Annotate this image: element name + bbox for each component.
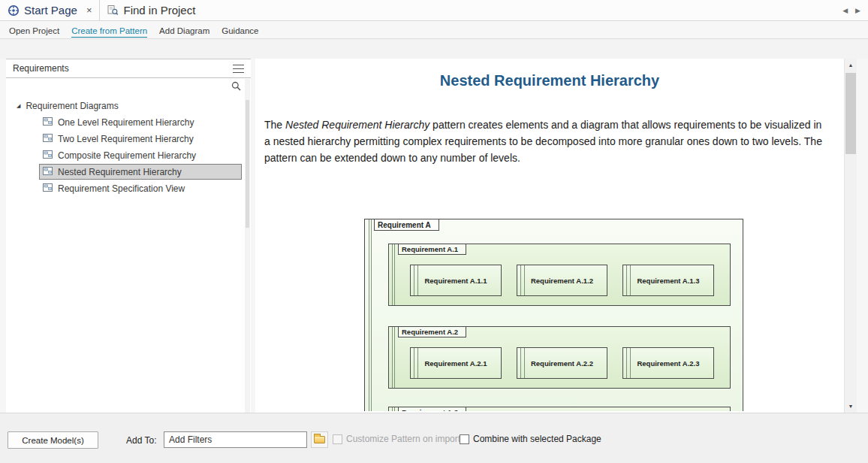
folder-icon	[314, 436, 325, 443]
page-title: Nested Requirement Hierarchy	[255, 72, 844, 89]
sidebar-search-row	[6, 78, 251, 96]
toolbar-item-guidance[interactable]: Guidance	[215, 23, 264, 38]
main-scrollbar[interactable]: ▲ ▼	[844, 59, 857, 413]
composite-lines	[392, 244, 395, 305]
customize-pattern-label: Customize Pattern on import	[346, 434, 460, 444]
start-page-icon	[8, 5, 20, 17]
sidebar-title: Requirements	[13, 63, 69, 74]
customize-pattern-checkbox-row: Customize Pattern on import	[333, 434, 460, 444]
tab-start-page-label: Start Page	[24, 4, 77, 17]
hamburger-menu-icon[interactable]	[233, 65, 244, 73]
tree-item-two-level[interactable]: Two Level Requirement Hierarchy	[39, 131, 242, 147]
toolbar-item-add-diagram[interactable]: Add Diagram	[153, 23, 215, 38]
pattern-description: The Nested Requirement Hierarchy pattern…	[264, 117, 823, 166]
scroll-up-icon[interactable]: ▲	[845, 59, 857, 71]
tree-item-label: Two Level Requirement Hierarchy	[58, 134, 194, 144]
tree-item-specification-view[interactable]: Requirement Specification View	[39, 180, 242, 196]
requirement-a12-element: Requirement A.1.2	[517, 265, 607, 296]
composite-lines	[369, 219, 372, 411]
toolbar-item-open-project[interactable]: Open Project	[3, 23, 65, 38]
tab-bar: Start Page × Find in Project ◀ ▶	[0, 0, 868, 21]
requirement-a-label: Requirement A	[374, 219, 439, 231]
pattern-diagram-preview: Requirement A Requirement A.1 Requiremen…	[364, 219, 743, 411]
requirement-a22-element: Requirement A.2.2	[517, 347, 607, 379]
sidebar-header: Requirements	[6, 59, 251, 78]
tree-item-label: Nested Requirement Hierarchy	[58, 167, 182, 177]
start-page-toolbar: Open Project Create from Pattern Add Dia…	[0, 21, 868, 39]
tree-item-nested[interactable]: Nested Requirement Hierarchy	[39, 164, 242, 180]
combine-package-label: Combine with selected Package	[473, 434, 601, 444]
customize-pattern-checkbox[interactable]	[333, 434, 342, 444]
requirement-a23-element: Requirement A.2.3	[622, 347, 714, 379]
sidebar-scrollbar-thumb[interactable]	[246, 100, 249, 228]
tree-item-composite[interactable]: Composite Requirement Hierarchy	[39, 147, 242, 163]
content-area: Requirements ◢ Requirement Diagrams	[0, 59, 868, 413]
pattern-sidebar: Requirements ◢ Requirement Diagrams	[6, 59, 251, 413]
close-tab-icon[interactable]: ×	[86, 5, 92, 15]
expander-icon[interactable]: ◢	[17, 103, 20, 109]
pattern-preview-content: Nested Requirement Hierarchy The Nested …	[255, 59, 844, 413]
diagram-icon	[43, 117, 53, 128]
tab-find-in-project[interactable]: Find in Project	[100, 0, 203, 20]
tree-item-one-level[interactable]: One Level Requirement Hierarchy	[39, 114, 242, 130]
requirement-a21-element: Requirement A.2.1	[410, 347, 502, 379]
add-to-input[interactable]	[164, 431, 307, 448]
requirement-a-container: Requirement A Requirement A.1 Requiremen…	[364, 219, 743, 411]
diagram-icon	[43, 150, 53, 161]
diagram-icon	[43, 134, 53, 144]
requirement-a13-element: Requirement A.1.3	[622, 265, 714, 296]
requirement-a1-container: Requirement A.1 Requirement A.1.1 Requir…	[388, 244, 731, 306]
toolbar-content-gap	[0, 39, 868, 59]
tab-find-in-project-label: Find in Project	[123, 4, 195, 17]
combine-package-checkbox[interactable]	[460, 434, 469, 444]
search-icon[interactable]	[231, 80, 241, 94]
tree-item-label: Composite Requirement Hierarchy	[58, 150, 196, 161]
diagram-icon	[43, 183, 53, 194]
tree-item-label: Requirement Specification View	[58, 183, 185, 194]
diagram-icon	[43, 167, 53, 177]
tab-scroll-controls: ◀ ▶	[842, 7, 868, 14]
tree-item-label: One Level Requirement Hierarchy	[58, 117, 194, 128]
browse-package-button[interactable]	[311, 431, 328, 448]
composite-lines	[392, 327, 395, 388]
requirement-a11-element: Requirement A.1.1	[410, 265, 502, 296]
requirement-a1-label: Requirement A.1	[398, 244, 466, 255]
find-in-project-icon	[107, 5, 119, 16]
tab-scroll-right-icon[interactable]: ▶	[855, 7, 860, 14]
create-models-button[interactable]: Create Model(s)	[8, 431, 98, 449]
scroll-down-icon[interactable]: ▼	[845, 400, 857, 413]
pattern-preview-panel: Nested Requirement Hierarchy The Nested …	[255, 59, 857, 413]
sidebar-scrollbar[interactable]	[245, 79, 250, 413]
footer-bar: Create Model(s) Add To: Customize Patter…	[0, 413, 868, 463]
tree-node-requirement-diagrams[interactable]: ◢ Requirement Diagrams	[6, 98, 251, 114]
tab-scroll-left-icon[interactable]: ◀	[842, 7, 848, 14]
add-to-label: Add To:	[126, 435, 156, 446]
requirement-a3-container: Requirement A.3	[388, 407, 731, 411]
application-window: Start Page × Find in Project ◀ ▶ Open Pr…	[0, 0, 868, 59]
tree-root-label: Requirement Diagrams	[26, 101, 118, 111]
requirement-a3-label: Requirement A.3	[398, 407, 466, 411]
main-scrollbar-thumb[interactable]	[845, 73, 856, 154]
pattern-tree: ◢ Requirement Diagrams One Level Require…	[6, 96, 251, 196]
requirement-a2-label: Requirement A.2	[398, 327, 466, 337]
composite-lines	[392, 407, 395, 411]
combine-package-checkbox-row: Combine with selected Package	[460, 434, 601, 444]
requirement-a2-container: Requirement A.2 Requirement A.2.1 Requir…	[388, 326, 731, 389]
tab-start-page[interactable]: Start Page ×	[0, 0, 100, 20]
toolbar-item-create-from-pattern[interactable]: Create from Pattern	[65, 23, 153, 38]
